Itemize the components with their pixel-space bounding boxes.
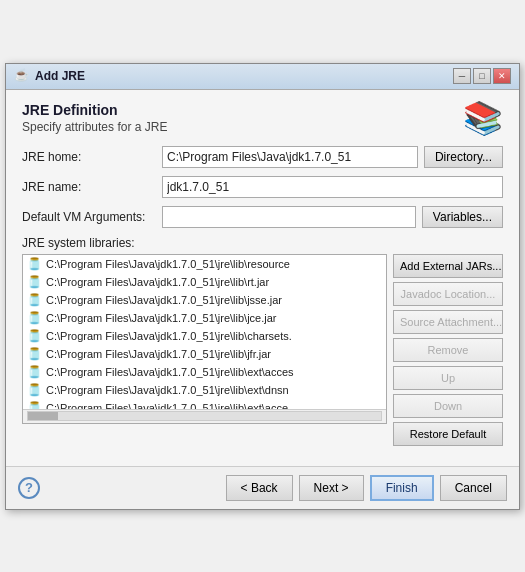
jar-icon: 🫙 — [27, 293, 42, 307]
jre-name-label: JRE name: — [22, 180, 162, 194]
jar-icon: 🫙 — [27, 257, 42, 271]
list-item[interactable]: 🫙C:\Program Files\Java\jdk1.7.0_51\jre\l… — [23, 255, 386, 273]
dialog-content: JRE Definition Specify attributes for a … — [6, 90, 519, 466]
help-button[interactable]: ? — [18, 477, 40, 499]
vm-args-label: Default VM Arguments: — [22, 210, 162, 224]
list-item[interactable]: 🫙C:\Program Files\Java\jdk1.7.0_51\jre\l… — [23, 381, 386, 399]
javadoc-location-button[interactable]: Javadoc Location... — [393, 282, 503, 306]
lib-list-container: 🫙C:\Program Files\Java\jdk1.7.0_51\jre\l… — [22, 254, 387, 424]
remove-button[interactable]: Remove — [393, 338, 503, 362]
finish-button[interactable]: Finish — [370, 475, 434, 501]
list-item[interactable]: 🫙C:\Program Files\Java\jdk1.7.0_51\jre\l… — [23, 327, 386, 345]
lib-buttons-panel: Add External JARs... Javadoc Location...… — [393, 254, 503, 446]
add-external-jars-button[interactable]: Add External JARs... — [393, 254, 503, 278]
next-button[interactable]: Next > — [299, 475, 364, 501]
jre-name-input[interactable] — [162, 176, 503, 198]
books-icon: 📚 — [463, 102, 503, 134]
window-title: Add JRE — [35, 69, 85, 83]
jar-icon: 🫙 — [27, 401, 42, 409]
vm-args-row: Default VM Arguments: Variables... — [22, 206, 503, 228]
horizontal-scrollbar[interactable] — [23, 409, 386, 423]
jre-home-row: JRE home: Directory... — [22, 146, 503, 168]
close-button[interactable]: ✕ — [493, 68, 511, 84]
libraries-label: JRE system libraries: — [22, 236, 503, 250]
list-item[interactable]: 🫙C:\Program Files\Java\jdk1.7.0_51\jre\l… — [23, 345, 386, 363]
libraries-section: 🫙C:\Program Files\Java\jdk1.7.0_51\jre\l… — [22, 254, 503, 446]
header-section: JRE Definition Specify attributes for a … — [22, 102, 503, 134]
jar-icon: 🫙 — [27, 329, 42, 343]
lib-list[interactable]: 🫙C:\Program Files\Java\jdk1.7.0_51\jre\l… — [23, 255, 386, 409]
list-item[interactable]: 🫙C:\Program Files\Java\jdk1.7.0_51\jre\l… — [23, 273, 386, 291]
title-controls: ─ □ ✕ — [453, 68, 511, 84]
jar-icon: 🫙 — [27, 347, 42, 361]
up-button[interactable]: Up — [393, 366, 503, 390]
source-attachment-button[interactable]: Source Attachment... — [393, 310, 503, 334]
jre-home-label: JRE home: — [22, 150, 162, 164]
maximize-button[interactable]: □ — [473, 68, 491, 84]
vm-args-input[interactable] — [162, 206, 416, 228]
directory-button[interactable]: Directory... — [424, 146, 503, 168]
add-jre-window: ☕ Add JRE ─ □ ✕ JRE Definition Specify a… — [5, 63, 520, 510]
jar-icon: 🫙 — [27, 311, 42, 325]
down-button[interactable]: Down — [393, 394, 503, 418]
bottom-left: ? — [18, 477, 40, 499]
jre-name-row: JRE name: — [22, 176, 503, 198]
variables-button[interactable]: Variables... — [422, 206, 503, 228]
bottom-bar: ? < Back Next > Finish Cancel — [6, 466, 519, 509]
bottom-right: < Back Next > Finish Cancel — [226, 475, 507, 501]
list-item[interactable]: 🫙C:\Program Files\Java\jdk1.7.0_51\jre\l… — [23, 291, 386, 309]
restore-default-button[interactable]: Restore Default — [393, 422, 503, 446]
cancel-button[interactable]: Cancel — [440, 475, 507, 501]
window-icon: ☕ — [14, 68, 30, 84]
dialog-subtitle: Specify attributes for a JRE — [22, 120, 167, 134]
jre-home-input[interactable] — [162, 146, 418, 168]
list-item[interactable]: 🫙C:\Program Files\Java\jdk1.7.0_51\jre\l… — [23, 363, 386, 381]
header-text: JRE Definition Specify attributes for a … — [22, 102, 167, 134]
jar-icon: 🫙 — [27, 275, 42, 289]
list-item[interactable]: 🫙C:\Program Files\Java\jdk1.7.0_51\jre\l… — [23, 309, 386, 327]
dialog-title: JRE Definition — [22, 102, 167, 118]
jar-icon: 🫙 — [27, 383, 42, 397]
list-item[interactable]: 🫙C:\Program Files\Java\jdk1.7.0_51\jre\l… — [23, 399, 386, 409]
back-button[interactable]: < Back — [226, 475, 293, 501]
title-bar-left: ☕ Add JRE — [14, 68, 85, 84]
title-bar: ☕ Add JRE ─ □ ✕ — [6, 64, 519, 90]
minimize-button[interactable]: ─ — [453, 68, 471, 84]
jar-icon: 🫙 — [27, 365, 42, 379]
